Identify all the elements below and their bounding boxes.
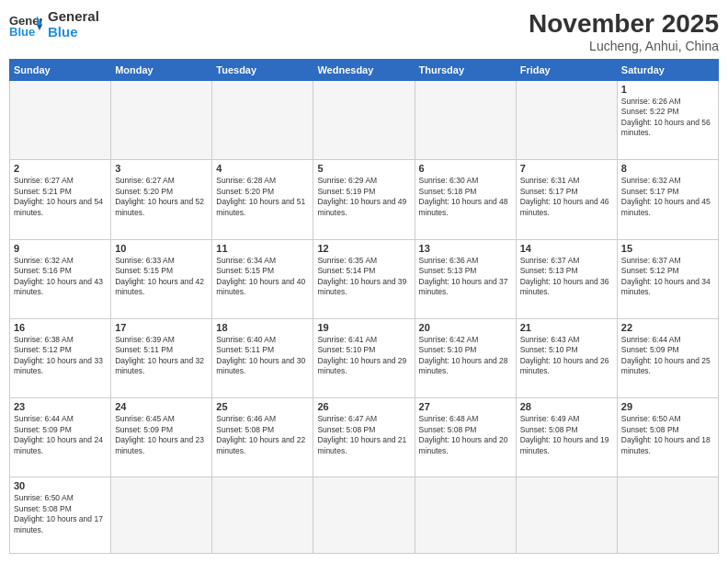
day-number-w4-d0: 23 [14,401,107,412]
day-number-w3-d4: 20 [419,322,512,333]
cell-text-w1-d0: Sunrise: 6:27 AM Sunset: 5:21 PM Dayligh… [14,176,107,218]
cell-w3-d0: 16Sunrise: 6:38 AM Sunset: 5:12 PM Dayli… [10,318,111,397]
day-number-w2-d3: 12 [317,243,410,254]
cell-text-w3-d2: Sunrise: 6:40 AM Sunset: 5:11 PM Dayligh… [216,335,309,377]
header-saturday: Saturday [617,60,718,81]
cell-w3-d5: 21Sunrise: 6:43 AM Sunset: 5:10 PM Dayli… [516,318,617,397]
day-number-w2-d5: 14 [520,243,613,254]
cell-text-w1-d3: Sunrise: 6:29 AM Sunset: 5:19 PM Dayligh… [317,176,410,218]
day-number-w4-d3: 26 [317,401,410,412]
cell-text-w1-d1: Sunrise: 6:27 AM Sunset: 5:20 PM Dayligh… [115,176,208,218]
cell-w2-d1: 10Sunrise: 6:33 AM Sunset: 5:15 PM Dayli… [111,239,212,318]
day-number-w1-d2: 4 [216,163,309,174]
cell-text-w2-d0: Sunrise: 6:32 AM Sunset: 5:16 PM Dayligh… [14,256,107,298]
day-number-w1-d6: 8 [621,163,714,174]
cell-w2-d3: 12Sunrise: 6:35 AM Sunset: 5:14 PM Dayli… [313,239,415,318]
cell-text-w4-d5: Sunrise: 6:49 AM Sunset: 5:08 PM Dayligh… [520,414,613,456]
cell-text-w3-d5: Sunrise: 6:43 AM Sunset: 5:10 PM Dayligh… [520,335,613,377]
cell-w5-d2 [212,477,313,554]
cell-w5-d0: 30Sunrise: 6:50 AM Sunset: 5:08 PM Dayli… [10,477,111,554]
cell-w5-d1 [111,477,212,554]
cell-w4-d3: 26Sunrise: 6:47 AM Sunset: 5:08 PM Dayli… [313,398,415,477]
cell-w2-d4: 13Sunrise: 6:36 AM Sunset: 5:13 PM Dayli… [415,239,516,318]
week-row-0: 1Sunrise: 6:26 AM Sunset: 5:22 PM Daylig… [10,81,719,160]
cell-w4-d1: 24Sunrise: 6:45 AM Sunset: 5:09 PM Dayli… [111,398,212,477]
cell-w1-d3: 5Sunrise: 6:29 AM Sunset: 5:19 PM Daylig… [313,160,415,239]
cell-text-w4-d4: Sunrise: 6:48 AM Sunset: 5:08 PM Dayligh… [419,414,512,456]
svg-marker-3 [37,25,42,30]
day-number-w4-d6: 29 [621,401,714,412]
day-number-w1-d1: 3 [115,163,208,174]
cell-w0-d5 [516,81,617,160]
day-number-w3-d0: 16 [14,322,107,333]
day-number-w1-d0: 2 [14,163,107,174]
cell-text-w4-d3: Sunrise: 6:47 AM Sunset: 5:08 PM Dayligh… [317,414,410,456]
cell-w0-d4 [415,81,516,160]
header: General Blue General Blue November 2025 … [9,9,719,53]
cell-text-w3-d1: Sunrise: 6:39 AM Sunset: 5:11 PM Dayligh… [115,335,208,377]
logo-general: General [48,9,99,25]
title-area: November 2025 Lucheng, Anhui, China [529,9,719,53]
svg-text:Blue: Blue [9,25,35,38]
week-row-2: 9Sunrise: 6:32 AM Sunset: 5:16 PM Daylig… [10,239,719,318]
cell-text-w2-d4: Sunrise: 6:36 AM Sunset: 5:13 PM Dayligh… [419,256,512,298]
day-number-w2-d2: 11 [216,243,309,254]
cell-w5-d3 [313,477,415,554]
day-number-w4-d2: 25 [216,401,309,412]
logo-icon: General Blue [9,12,42,38]
logo: General Blue General Blue [9,9,99,40]
week-row-4: 23Sunrise: 6:44 AM Sunset: 5:09 PM Dayli… [10,398,719,477]
day-number-w2-d1: 10 [115,243,208,254]
day-number-w2-d6: 15 [621,243,714,254]
logo-blue: Blue [48,25,99,40]
cell-text-w3-d3: Sunrise: 6:41 AM Sunset: 5:10 PM Dayligh… [317,335,410,377]
cell-text-w1-d5: Sunrise: 6:31 AM Sunset: 5:17 PM Dayligh… [520,176,613,218]
cell-w0-d6: 1Sunrise: 6:26 AM Sunset: 5:22 PM Daylig… [617,81,718,160]
cell-w2-d5: 14Sunrise: 6:37 AM Sunset: 5:13 PM Dayli… [516,239,617,318]
location: Lucheng, Anhui, China [529,39,719,53]
day-number-w4-d4: 27 [419,401,512,412]
page: General Blue General Blue November 2025 … [0,0,728,563]
cell-w1-d6: 8Sunrise: 6:32 AM Sunset: 5:17 PM Daylig… [617,160,718,239]
day-number-w3-d6: 22 [621,322,714,333]
cell-text-w2-d6: Sunrise: 6:37 AM Sunset: 5:12 PM Dayligh… [621,256,714,298]
cell-w4-d5: 28Sunrise: 6:49 AM Sunset: 5:08 PM Dayli… [516,398,617,477]
cell-w3-d6: 22Sunrise: 6:44 AM Sunset: 5:09 PM Dayli… [617,318,718,397]
cell-text-w1-d2: Sunrise: 6:28 AM Sunset: 5:20 PM Dayligh… [216,176,309,218]
cell-w4-d2: 25Sunrise: 6:46 AM Sunset: 5:08 PM Dayli… [212,398,313,477]
cell-text-w0-d6: Sunrise: 6:26 AM Sunset: 5:22 PM Dayligh… [621,97,714,139]
cell-text-w1-d4: Sunrise: 6:30 AM Sunset: 5:18 PM Dayligh… [419,176,512,218]
cell-text-w2-d5: Sunrise: 6:37 AM Sunset: 5:13 PM Dayligh… [520,256,613,298]
day-number-w1-d4: 6 [419,163,512,174]
cell-w2-d6: 15Sunrise: 6:37 AM Sunset: 5:12 PM Dayli… [617,239,718,318]
day-number-w4-d1: 24 [115,401,208,412]
cell-text-w5-d0: Sunrise: 6:50 AM Sunset: 5:08 PM Dayligh… [14,493,107,535]
cell-w1-d0: 2Sunrise: 6:27 AM Sunset: 5:21 PM Daylig… [10,160,111,239]
header-wednesday: Wednesday [313,60,415,81]
day-number-w0-d6: 1 [621,84,714,95]
cell-text-w2-d1: Sunrise: 6:33 AM Sunset: 5:15 PM Dayligh… [115,256,208,298]
header-monday: Monday [111,60,212,81]
cell-w5-d4 [415,477,516,554]
day-number-w3-d2: 18 [216,322,309,333]
cell-w2-d2: 11Sunrise: 6:34 AM Sunset: 5:15 PM Dayli… [212,239,313,318]
cell-text-w4-d1: Sunrise: 6:45 AM Sunset: 5:09 PM Dayligh… [115,414,208,456]
week-row-1: 2Sunrise: 6:27 AM Sunset: 5:21 PM Daylig… [10,160,719,239]
month-title: November 2025 [529,9,719,39]
cell-w1-d2: 4Sunrise: 6:28 AM Sunset: 5:20 PM Daylig… [212,160,313,239]
cell-w3-d4: 20Sunrise: 6:42 AM Sunset: 5:10 PM Dayli… [415,318,516,397]
cell-w1-d5: 7Sunrise: 6:31 AM Sunset: 5:17 PM Daylig… [516,160,617,239]
day-number-w3-d5: 21 [520,322,613,333]
day-number-w5-d0: 30 [14,480,107,491]
day-number-w1-d5: 7 [520,163,613,174]
cell-text-w2-d3: Sunrise: 6:35 AM Sunset: 5:14 PM Dayligh… [317,256,410,298]
cell-w3-d1: 17Sunrise: 6:39 AM Sunset: 5:11 PM Dayli… [111,318,212,397]
day-number-w3-d3: 19 [317,322,410,333]
day-number-w4-d5: 28 [520,401,613,412]
day-number-w3-d1: 17 [115,322,208,333]
cell-w0-d1 [111,81,212,160]
week-row-3: 16Sunrise: 6:38 AM Sunset: 5:12 PM Dayli… [10,318,719,397]
week-row-5: 30Sunrise: 6:50 AM Sunset: 5:08 PM Dayli… [10,477,719,554]
cell-text-w4-d2: Sunrise: 6:46 AM Sunset: 5:08 PM Dayligh… [216,414,309,456]
day-number-w2-d0: 9 [14,243,107,254]
